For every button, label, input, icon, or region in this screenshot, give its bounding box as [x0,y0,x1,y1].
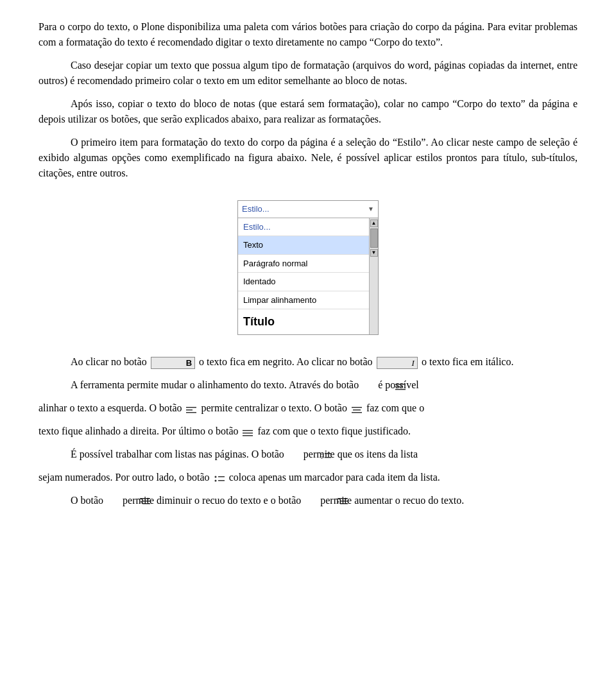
p7-after: faz com que o [366,402,424,413]
p10-before: sejam numerados. Por outro lado, o botão [38,472,210,483]
dropdown-item-limpar[interactable]: Limpar alinhamento [238,291,369,310]
bold-button-icon[interactable]: B [151,357,195,370]
svg-rect-8 [352,412,362,413]
dropdown-item-texto[interactable]: Texto [238,236,369,255]
ordered-list-icon: 1. 2. [288,450,300,460]
svg-rect-19 [218,480,225,481]
paragraph-4: O primeiro item para formatação do texto… [38,135,578,181]
dropdown-main: Estilo... Texto Parágrafo normal Identad… [238,218,378,335]
svg-rect-0 [395,384,406,385]
paragraph-4-text: O primeiro item para formatação do texto… [38,137,578,178]
paragraph-11: O botão permite diminuir o recuo do text… [38,493,578,508]
svg-rect-2 [395,389,406,390]
dropdown-header[interactable]: Estilo... ▼ [238,201,378,218]
p5-after-bold: o texto fica em negrito. Ao clicar no bo… [199,356,373,367]
p6-before: A ferramenta permite mudar o alinhamento… [71,379,359,390]
align-center-icon [351,404,363,413]
dropdown-item-paragrafo[interactable]: Parágrafo normal [238,255,369,273]
svg-rect-5 [186,412,196,413]
scrollbar-thumb[interactable] [370,228,378,248]
increase-indent-icon [305,496,316,506]
svg-rect-11 [243,435,253,436]
p11-middle: permite diminuir o recuo do texto e o bo… [123,495,301,506]
svg-rect-7 [353,409,361,411]
paragraph-6: A ferramenta permite mudar o alinhamento… [38,377,578,393]
paragraph-9: É possível trabalhar com listas nas pági… [38,447,578,462]
p10-after: coloca apenas um marcador para cada item… [229,472,440,483]
paragraph-1: Para o corpo do texto, o Plone disponibi… [38,19,578,50]
paragraph-3-text: Após isso, copiar o texto do bloco de no… [38,98,578,125]
align-left-icon [185,404,197,413]
paragraph-7: alinhar o texto a esquerda. O botão perm… [38,400,578,416]
svg-rect-4 [186,409,193,411]
p7-before: alinhar o texto a esquerda. O botão [38,402,182,413]
svg-rect-9 [243,430,253,431]
p9-before: É possível trabalhar com listas nas pági… [71,449,284,460]
paragraph-8: texto fique alinhado a direita. Por últi… [38,424,578,439]
p7-middle: permite centralizar o texto. O botão [201,402,346,413]
dropdown-item-identado[interactable]: Identado [238,273,369,291]
italic-button-icon[interactable]: I [377,357,418,370]
svg-point-16 [214,476,216,478]
unordered-list-icon [214,473,225,483]
p11-after: permite aumentar o recuo do texto. [320,495,464,506]
paragraph-10: sejam numerados. Por outro lado, o botão… [38,470,578,485]
align-right-icon [363,381,374,390]
p8-after: faz com que o texto fique justificado. [257,425,411,436]
svg-rect-1 [395,386,403,388]
svg-point-18 [214,480,216,482]
paragraph-2: Caso desejar copiar um texto que possua … [38,58,578,89]
dropdown-figure: Estilo... ▼ Estilo... Texto Parágrafo no… [225,200,391,335]
style-dropdown[interactable]: Estilo... ▼ Estilo... Texto Parágrafo no… [237,200,379,335]
paragraph-1-text: Para o corpo do texto, o Plone disponibi… [38,21,578,47]
scrollbar-up[interactable]: ▲ [370,219,378,227]
svg-rect-10 [243,433,253,434]
scrollbar-down[interactable]: ▼ [370,249,378,257]
dropdown-item-estilo[interactable]: Estilo... [238,218,369,237]
svg-rect-6 [352,407,362,408]
p11-before: O botão [71,495,103,506]
svg-rect-15 [325,457,331,458]
p8-text: texto fique alinhado a direita. Por últi… [38,425,238,436]
svg-text:2.: 2. [321,456,324,460]
paragraph-3: Após isso, copiar o texto do bloco de no… [38,96,578,127]
decrease-indent-icon [107,496,119,506]
paragraph-2-text: Caso desejar copiar um texto que possua … [38,60,578,86]
dropdown-header-label: Estilo... [242,203,270,216]
dropdown-items-list: Estilo... Texto Parágrafo normal Identad… [238,218,369,335]
paragraph-5: Ao clicar no botão B o texto fica em neg… [38,354,578,370]
p5-before-bold: Ao clicar no botão [71,356,147,367]
scrollbar[interactable]: ▲ ▼ [369,218,378,335]
dropdown-item-titulo[interactable]: Título [238,309,369,334]
dropdown-arrow-icon: ▼ [368,204,374,214]
svg-rect-13 [325,453,331,454]
justify-icon [242,427,253,436]
svg-rect-3 [186,407,196,408]
svg-rect-17 [218,476,225,477]
p5-after-italic: o texto fica em itálico. [422,356,514,367]
